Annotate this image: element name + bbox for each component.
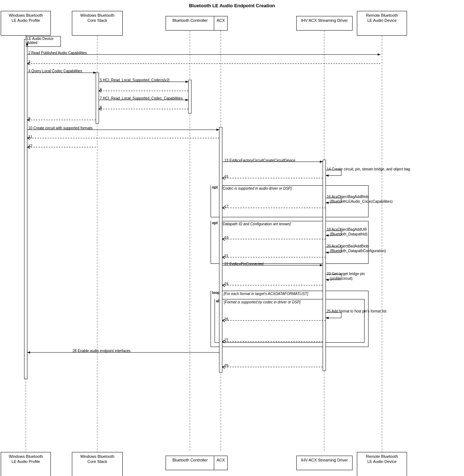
msg-15: 15 [224, 175, 228, 179]
msg-le-audio-added: LE Audio DeviceAdded [27, 37, 53, 45]
diagram-container: Bluetooth LE Audio Endpoint Creation Win… [0, 0, 464, 476]
svg-rect-8 [188, 80, 191, 113]
msg-17: 17 [224, 205, 228, 209]
msg-9: 9 [28, 117, 30, 121]
lifeline-rbd-top: Remote BluetoothLE Audio Device [357, 11, 407, 36]
fragment-alt: alt [Format is supported by codec in dri… [215, 299, 365, 343]
fragment-alt-label: alt [215, 299, 221, 303]
fragment-opt1-label: opt [211, 185, 219, 189]
msg-20: 20 AcxObjectBadAddBlob (Bluetooth_Datapa… [327, 244, 386, 253]
msg-26: 26 [224, 317, 228, 321]
msg-18: 18 AcxObjectBagAddUI8 (Bluetooth_Datapat… [327, 227, 367, 237]
lifeline-ihv-top: IHV ACX Streaming Driver [296, 16, 353, 31]
msg-8: 8 [100, 105, 102, 109]
lifeline-wbcs-bottom: Windows BluetoothCore Stack [72, 452, 123, 476]
msg-28: 28 Enable audio endpoint interfaces [73, 349, 131, 353]
fragment-opt1-condition: [Codec is supported in audio driver or D… [222, 186, 292, 190]
lifeline-wbcs-top: Windows BluetoothCore Stack [72, 11, 123, 36]
lifeline-bc-top: Bluetooth Controller [166, 16, 215, 31]
msg-3: 3 [28, 60, 30, 64]
lifeline-ihv-bottom: IHV ACX Streaming Driver [296, 456, 353, 470]
diagram-title: Bluetooth LE Audio Endpoint Creation [0, 0, 464, 8]
msg-4: 4 Query Local Codec Capabilities [28, 69, 82, 73]
fragment-opt2-label: opt [211, 221, 219, 225]
msg-24: 24 [224, 282, 228, 286]
msg-16: 16 AcxObjectBagAddBlob (BluetoothLEAudio… [327, 194, 392, 204]
msg-27: 27 [224, 338, 228, 342]
svg-rect-6 [24, 39, 27, 379]
msg-22: 22 EvtAcxPinConnected [224, 262, 264, 266]
msg-25: 25 Add format to host pin's format list [327, 309, 386, 313]
svg-rect-7 [96, 73, 99, 124]
lifeline-wbap-bottom: Windows BluetoothLE Audio Profile [1, 452, 51, 476]
msg-6: 6 [100, 88, 102, 92]
msg-11: 11 [28, 135, 32, 139]
msg-12: 12 [28, 144, 32, 148]
lifeline-bc-bottom: Bluetooth Controller [166, 456, 215, 470]
fragment-loop-label: loop [211, 291, 221, 295]
lifeline-rbd-bottom: Remote BluetoothLE Audio Device [357, 452, 407, 476]
lifeline-acx-bottom: ACX [214, 456, 228, 470]
fragment-loop: loop [For each format in target's ACXDAT… [211, 291, 369, 347]
msg-23: 23 Get target bridge pin (profile circui… [327, 271, 365, 281]
msg-5: 5 HCI_Read_Local_Supported_Codecs[v2] [100, 78, 170, 82]
msg-7: 7 HCI_Read_Local_Supported_Codec_Capabil… [100, 96, 183, 100]
lifeline-wbap-top: Windows BluetoothLE Audio Profile [1, 11, 51, 36]
msg-19: 19 [224, 236, 228, 240]
msg-14: 14 Create circuit, pin, stream bridge, a… [327, 167, 410, 171]
msg-10: 10 Create circuit with supported formats [28, 126, 93, 130]
msg-2: 2 Read Published Audio Capabilities [28, 51, 87, 55]
fragment-loop-condition: [For each format in target's ACXDATAFORM… [224, 292, 308, 296]
lifeline-acx-top: ACX [214, 16, 228, 31]
msg-29: 29 [224, 364, 228, 368]
fragment-opt2-condition: [Datapath ID and Configuration are known… [222, 222, 291, 226]
msg-13: 13 EvtAcxFactoryCircuitCreateCircuitDevi… [224, 158, 296, 162]
fragment-alt-condition: [Format is supported by codec in driver … [224, 300, 301, 304]
msg-21: 21 [224, 254, 228, 258]
